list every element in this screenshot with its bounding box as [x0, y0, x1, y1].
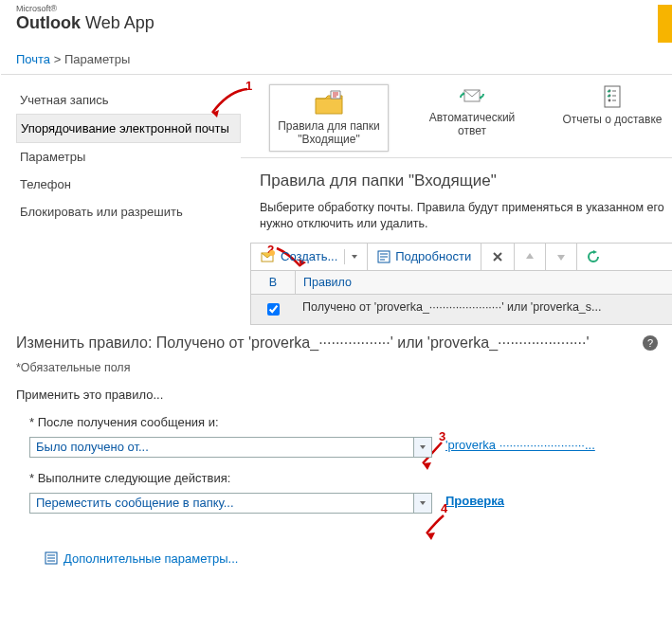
section-title: Правила для папки "Входящие" — [260, 172, 672, 190]
content-pane: Правила для папки "Входящие" Автоматичес… — [241, 82, 672, 325]
condition-input[interactable] — [29, 437, 432, 458]
arrow-up-icon — [524, 251, 536, 262]
ribbon-divider — [241, 157, 672, 158]
condition-label: * После получения сообщения и: — [29, 415, 658, 429]
ribbon-autoreply[interactable]: Автоматический ответ — [415, 84, 529, 138]
nav-block-allow[interactable]: Блокировать или разрешить — [16, 198, 241, 226]
edit-rule-title-row: Изменить правило: Получено от 'proverka_… — [16, 334, 658, 352]
edit-rule-panel: Изменить правило: Получено от 'proverka_… — [1, 325, 672, 566]
section-description: Выберите обработку почты. Правила будут … — [260, 200, 672, 233]
column-rule[interactable]: Правило — [295, 271, 672, 294]
app-header: Microsoft® Outlook Web App — [1, 1, 672, 43]
edit-rule-title: Изменить правило: Получено от 'proverka_… — [16, 334, 589, 352]
breadcrumb-mail[interactable]: Почта — [16, 52, 50, 66]
action-input[interactable] — [29, 493, 432, 514]
action-dropdown-button[interactable] — [413, 494, 431, 513]
details-label: Подробности — [395, 249, 471, 263]
delivery-reports-icon — [601, 84, 624, 109]
create-rule-label: Создать... — [281, 249, 337, 263]
create-rule-button[interactable]: Создать... — [251, 244, 368, 270]
refresh-icon — [587, 250, 600, 263]
rules-table: В Правило Получено от 'proverka_········… — [250, 271, 672, 325]
apply-rule-label: Применить это правило... — [16, 388, 658, 402]
action-combo[interactable] — [29, 493, 432, 514]
refresh-button[interactable] — [577, 244, 609, 270]
action-label: * Выполните следующие действия: — [29, 471, 658, 485]
logo: Microsoft® Outlook Web App — [16, 5, 154, 33]
delete-icon — [491, 250, 504, 263]
column-enabled[interactable]: В — [251, 271, 295, 294]
move-up-button[interactable] — [515, 244, 546, 270]
required-fields-label: *Обязательные поля — [16, 361, 658, 374]
chevron-down-icon — [420, 445, 426, 449]
table-header: В Правило — [251, 271, 672, 294]
breadcrumb-sep: > — [54, 52, 62, 66]
rules-toolbar: Создать... Подробности — [250, 243, 672, 271]
ribbon-reports[interactable]: Отчеты о доставке — [555, 84, 669, 126]
svg-point-6 — [269, 250, 275, 256]
arrow-down-icon — [555, 251, 567, 262]
advanced-options-link[interactable]: Дополнительные параметры... — [45, 551, 658, 566]
logo-webapp: Web App — [81, 13, 154, 32]
table-row[interactable]: Получено от 'proverka_··················… — [251, 294, 672, 324]
nav-phone[interactable]: Телефон — [16, 171, 241, 198]
ribbon: Правила для папки "Входящие" Автоматичес… — [241, 82, 672, 157]
condition-combo[interactable] — [29, 437, 432, 458]
details-icon — [377, 250, 390, 263]
ribbon-autoreply-label: Автоматический ответ — [415, 111, 529, 138]
advanced-options-label: Дополнительные параметры... — [64, 551, 238, 566]
breadcrumb: Почта > Параметры — [1, 43, 672, 74]
dropdown-icon — [352, 255, 357, 259]
ribbon-reports-label: Отчеты о доставке — [563, 113, 663, 126]
folder-rules-icon — [314, 89, 344, 116]
rule-text: Получено от 'proverka_··················… — [295, 295, 672, 324]
svg-rect-1 — [605, 86, 620, 107]
svg-point-4 — [608, 99, 611, 102]
autoreply-icon — [459, 84, 485, 107]
delete-button[interactable] — [481, 244, 515, 270]
details-button[interactable]: Подробности — [368, 244, 481, 270]
arrow-annotation-4 — [419, 513, 449, 541]
new-mail-icon — [261, 250, 276, 263]
rule-enabled-checkbox[interactable] — [251, 295, 295, 324]
checkbox[interactable] — [267, 303, 280, 316]
action-value-link[interactable]: Проверка — [445, 494, 504, 508]
help-icon[interactable]: ? — [643, 335, 658, 351]
split-divider — [344, 249, 345, 264]
logo-outlook: Outlook — [16, 13, 81, 32]
logo-app-name: Outlook Web App — [16, 14, 154, 33]
breadcrumb-params: Параметры — [64, 52, 130, 66]
advanced-options-icon — [45, 551, 58, 565]
divider — [1, 74, 672, 75]
move-down-button[interactable] — [546, 244, 577, 270]
ribbon-inbox-rules-label: Правила для папки "Входящие" — [272, 119, 386, 147]
ribbon-inbox-rules[interactable]: Правила для папки "Входящие" — [269, 84, 389, 152]
condition-dropdown-button[interactable] — [413, 438, 431, 457]
condition-value-link[interactable]: 'proverka ·························... — [445, 438, 595, 452]
chevron-down-icon — [420, 501, 426, 505]
nav-parameters[interactable]: Параметры — [16, 143, 241, 171]
header-accent — [658, 5, 672, 43]
